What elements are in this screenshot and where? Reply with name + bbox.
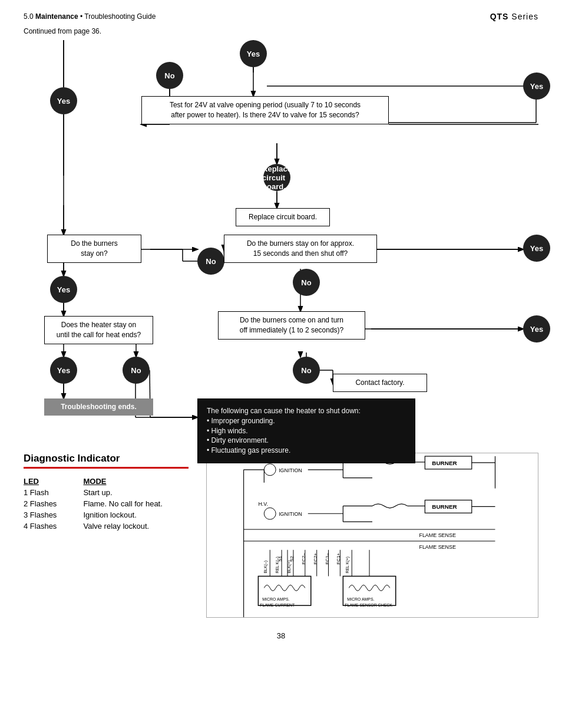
burners-stay-box: Do the burnersstay on? bbox=[47, 235, 141, 263]
yes7-circle: Yes bbox=[523, 315, 550, 342]
svg-text:FC1+: FC1+ bbox=[336, 553, 341, 565]
svg-text:REL K(+): REL K(+) bbox=[345, 556, 350, 573]
svg-text:FC2–: FC2– bbox=[301, 553, 306, 565]
burners-15s-box: Do the burners stay on for approx.15 sec… bbox=[224, 235, 377, 263]
page-number: 38 bbox=[24, 631, 538, 640]
yes4-circle: Yes bbox=[523, 235, 550, 262]
svg-text:FLAME SENSE: FLAME SENSE bbox=[419, 544, 456, 550]
diagnostic-right: GND H.V. IGNITION BURNER bbox=[206, 453, 538, 620]
svg-text:IGNITION: IGNITION bbox=[279, 467, 302, 473]
yes2-circle: Yes bbox=[240, 40, 267, 67]
header-left: 5.0 Maintenance • Troubleshooting Guide bbox=[24, 12, 156, 21]
no4-circle: No bbox=[293, 269, 320, 296]
svg-text:FC2+: FC2+ bbox=[313, 553, 318, 565]
svg-point-62 bbox=[264, 464, 276, 476]
led-cell: 3 Flashes bbox=[24, 509, 83, 521]
no1-circle: No bbox=[156, 62, 183, 89]
svg-text:MICRO  AMPS.: MICRO AMPS. bbox=[347, 597, 374, 601]
svg-point-77 bbox=[264, 508, 276, 519]
continued-text: Continued from page 36. bbox=[24, 27, 538, 35]
led-cell: 4 Flashes bbox=[24, 521, 83, 532]
svg-text:IGNITION: IGNITION bbox=[279, 511, 302, 517]
svg-text:FLAME CURRENT: FLAME CURRENT bbox=[260, 603, 295, 607]
svg-text:BLK(–): BLK(–) bbox=[263, 561, 268, 574]
troubleshoot-end-box: Troubleshooting ends. bbox=[44, 398, 153, 416]
no5-circle: No bbox=[123, 357, 150, 384]
led-table-row: 4 FlashesValve relay lockout. bbox=[24, 521, 189, 532]
svg-text:MICRO  AMPS.: MICRO AMPS. bbox=[262, 597, 289, 601]
diagnostic-title: Diagnostic Indicator bbox=[24, 453, 189, 469]
page-header: 5.0 Maintenance • Troubleshooting Guide … bbox=[24, 12, 538, 21]
led-cell: 1 Flash bbox=[24, 487, 83, 498]
mode-column-header: MODE bbox=[83, 476, 189, 487]
flowchart-area: Yes No Yes Test for 24V at valve opening… bbox=[24, 40, 538, 435]
svg-text:FC1–: FC1– bbox=[325, 553, 330, 565]
mode-cell: Valve relay lockout. bbox=[83, 521, 189, 532]
svg-text:H.V.: H.V. bbox=[258, 501, 268, 507]
mode-cell: Start up. bbox=[83, 487, 189, 498]
yes6-circle: Yes bbox=[50, 357, 77, 384]
header-right: QTS Series bbox=[490, 12, 538, 21]
yes5-circle: Yes bbox=[50, 276, 77, 303]
no3-circle: No bbox=[197, 248, 224, 275]
led-table: LED MODE 1 FlashStart up.2 FlashesFlame.… bbox=[24, 476, 189, 532]
led-column-header: LED bbox=[24, 476, 83, 487]
no2-circle: Replace circuit board. bbox=[263, 164, 290, 191]
led-table-row: 3 FlashesIgnition lockout. bbox=[24, 509, 189, 521]
led-cell: 2 Flashes bbox=[24, 498, 83, 509]
circuit-diagram: GND H.V. IGNITION BURNER bbox=[206, 453, 538, 618]
no6-circle: No bbox=[293, 357, 320, 384]
burners-off-box: Do the burners come on and turnoff immed… bbox=[218, 311, 365, 340]
diagnostic-section: Diagnostic Indicator LED MODE 1 FlashSta… bbox=[24, 453, 538, 620]
svg-text:BURNER: BURNER bbox=[432, 503, 457, 510]
replace-box: Replace circuit board. bbox=[236, 208, 330, 226]
test-box: Test for 24V at valve opening period (us… bbox=[141, 96, 389, 124]
mode-cell: Ignition lockout. bbox=[83, 509, 189, 521]
shutdown-box: The following can cause the heater to sh… bbox=[197, 398, 415, 463]
led-table-row: 2 FlashesFlame. No call for heat. bbox=[24, 498, 189, 509]
mode-cell: Flame. No call for heat. bbox=[83, 498, 189, 509]
svg-text:FLAME SENSE: FLAME SENSE bbox=[419, 532, 456, 538]
heater-stay-box: Does the heater stay onuntil the call fo… bbox=[44, 316, 153, 344]
svg-text:REL K(–): REL K(–) bbox=[275, 556, 280, 573]
contact-box: Contact factory. bbox=[333, 374, 427, 392]
yes3-circle: Yes bbox=[523, 73, 550, 100]
diagnostic-left: Diagnostic Indicator LED MODE 1 FlashSta… bbox=[24, 453, 189, 620]
led-table-row: 1 FlashStart up. bbox=[24, 487, 189, 498]
svg-text:BURNER: BURNER bbox=[432, 460, 457, 466]
yes1-circle: Yes bbox=[50, 87, 77, 114]
svg-text:FLAME SENSOR CHECK: FLAME SENSOR CHECK bbox=[345, 603, 392, 607]
